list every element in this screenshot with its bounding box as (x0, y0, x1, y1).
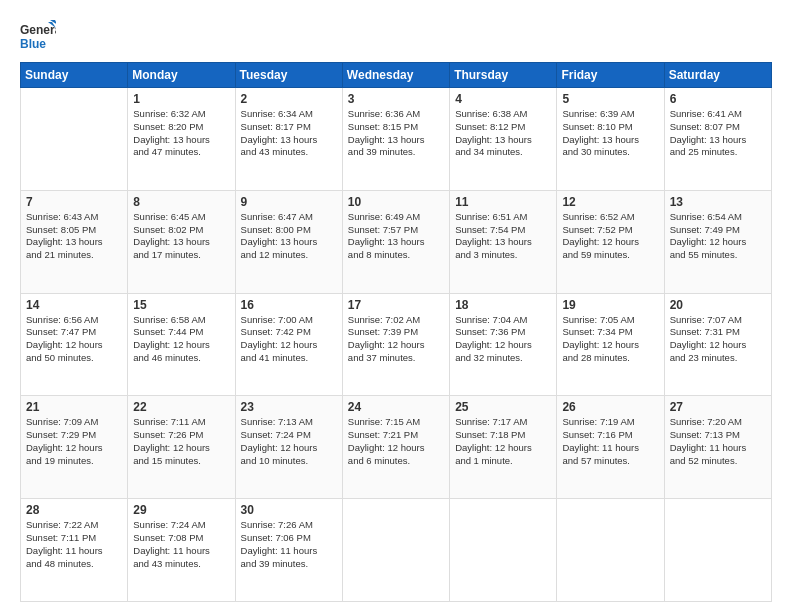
day-number: 8 (133, 195, 229, 209)
day-number: 18 (455, 298, 551, 312)
day-number: 13 (670, 195, 766, 209)
calendar-week-3: 14Sunrise: 6:56 AM Sunset: 7:47 PM Dayli… (21, 293, 772, 396)
calendar-cell: 10Sunrise: 6:49 AM Sunset: 7:57 PM Dayli… (342, 190, 449, 293)
calendar-cell: 9Sunrise: 6:47 AM Sunset: 8:00 PM Daylig… (235, 190, 342, 293)
day-info: Sunrise: 6:58 AM Sunset: 7:44 PM Dayligh… (133, 314, 229, 365)
column-header-sunday: Sunday (21, 63, 128, 88)
day-info: Sunrise: 6:54 AM Sunset: 7:49 PM Dayligh… (670, 211, 766, 262)
column-header-tuesday: Tuesday (235, 63, 342, 88)
calendar-cell: 21Sunrise: 7:09 AM Sunset: 7:29 PM Dayli… (21, 396, 128, 499)
day-number: 25 (455, 400, 551, 414)
calendar-cell: 25Sunrise: 7:17 AM Sunset: 7:18 PM Dayli… (450, 396, 557, 499)
page-header: General Blue (20, 18, 772, 54)
day-number: 6 (670, 92, 766, 106)
calendar-cell: 5Sunrise: 6:39 AM Sunset: 8:10 PM Daylig… (557, 88, 664, 191)
day-info: Sunrise: 6:43 AM Sunset: 8:05 PM Dayligh… (26, 211, 122, 262)
calendar-cell (21, 88, 128, 191)
column-header-saturday: Saturday (664, 63, 771, 88)
day-number: 26 (562, 400, 658, 414)
day-number: 9 (241, 195, 337, 209)
day-number: 1 (133, 92, 229, 106)
day-info: Sunrise: 7:20 AM Sunset: 7:13 PM Dayligh… (670, 416, 766, 467)
day-info: Sunrise: 7:07 AM Sunset: 7:31 PM Dayligh… (670, 314, 766, 365)
day-info: Sunrise: 7:13 AM Sunset: 7:24 PM Dayligh… (241, 416, 337, 467)
calendar-cell: 27Sunrise: 7:20 AM Sunset: 7:13 PM Dayli… (664, 396, 771, 499)
day-number: 14 (26, 298, 122, 312)
day-number: 16 (241, 298, 337, 312)
svg-text:Blue: Blue (20, 37, 46, 51)
calendar-cell: 26Sunrise: 7:19 AM Sunset: 7:16 PM Dayli… (557, 396, 664, 499)
calendar-cell: 29Sunrise: 7:24 AM Sunset: 7:08 PM Dayli… (128, 499, 235, 602)
calendar-cell: 30Sunrise: 7:26 AM Sunset: 7:06 PM Dayli… (235, 499, 342, 602)
column-header-thursday: Thursday (450, 63, 557, 88)
calendar-cell: 14Sunrise: 6:56 AM Sunset: 7:47 PM Dayli… (21, 293, 128, 396)
day-number: 2 (241, 92, 337, 106)
calendar-cell: 24Sunrise: 7:15 AM Sunset: 7:21 PM Dayli… (342, 396, 449, 499)
day-info: Sunrise: 7:24 AM Sunset: 7:08 PM Dayligh… (133, 519, 229, 570)
day-info: Sunrise: 7:00 AM Sunset: 7:42 PM Dayligh… (241, 314, 337, 365)
day-number: 4 (455, 92, 551, 106)
logo: General Blue (20, 18, 56, 54)
day-info: Sunrise: 7:15 AM Sunset: 7:21 PM Dayligh… (348, 416, 444, 467)
day-info: Sunrise: 6:56 AM Sunset: 7:47 PM Dayligh… (26, 314, 122, 365)
day-info: Sunrise: 6:47 AM Sunset: 8:00 PM Dayligh… (241, 211, 337, 262)
calendar-cell: 15Sunrise: 6:58 AM Sunset: 7:44 PM Dayli… (128, 293, 235, 396)
day-info: Sunrise: 7:05 AM Sunset: 7:34 PM Dayligh… (562, 314, 658, 365)
calendar-table: SundayMondayTuesdayWednesdayThursdayFrid… (20, 62, 772, 602)
day-number: 7 (26, 195, 122, 209)
day-info: Sunrise: 6:51 AM Sunset: 7:54 PM Dayligh… (455, 211, 551, 262)
day-info: Sunrise: 6:38 AM Sunset: 8:12 PM Dayligh… (455, 108, 551, 159)
calendar-cell: 4Sunrise: 6:38 AM Sunset: 8:12 PM Daylig… (450, 88, 557, 191)
calendar-cell: 6Sunrise: 6:41 AM Sunset: 8:07 PM Daylig… (664, 88, 771, 191)
calendar-cell (557, 499, 664, 602)
day-info: Sunrise: 7:09 AM Sunset: 7:29 PM Dayligh… (26, 416, 122, 467)
day-number: 12 (562, 195, 658, 209)
day-info: Sunrise: 7:19 AM Sunset: 7:16 PM Dayligh… (562, 416, 658, 467)
day-info: Sunrise: 6:34 AM Sunset: 8:17 PM Dayligh… (241, 108, 337, 159)
day-info: Sunrise: 6:45 AM Sunset: 8:02 PM Dayligh… (133, 211, 229, 262)
calendar-cell: 3Sunrise: 6:36 AM Sunset: 8:15 PM Daylig… (342, 88, 449, 191)
day-number: 29 (133, 503, 229, 517)
day-number: 28 (26, 503, 122, 517)
day-info: Sunrise: 6:36 AM Sunset: 8:15 PM Dayligh… (348, 108, 444, 159)
calendar-cell: 1Sunrise: 6:32 AM Sunset: 8:20 PM Daylig… (128, 88, 235, 191)
calendar-cell: 20Sunrise: 7:07 AM Sunset: 7:31 PM Dayli… (664, 293, 771, 396)
day-number: 10 (348, 195, 444, 209)
day-info: Sunrise: 7:04 AM Sunset: 7:36 PM Dayligh… (455, 314, 551, 365)
calendar-cell: 12Sunrise: 6:52 AM Sunset: 7:52 PM Dayli… (557, 190, 664, 293)
day-number: 24 (348, 400, 444, 414)
day-number: 23 (241, 400, 337, 414)
calendar-cell: 19Sunrise: 7:05 AM Sunset: 7:34 PM Dayli… (557, 293, 664, 396)
logo-icon: General Blue (20, 18, 56, 54)
day-info: Sunrise: 6:49 AM Sunset: 7:57 PM Dayligh… (348, 211, 444, 262)
day-info: Sunrise: 6:52 AM Sunset: 7:52 PM Dayligh… (562, 211, 658, 262)
day-number: 17 (348, 298, 444, 312)
day-number: 15 (133, 298, 229, 312)
calendar-cell: 7Sunrise: 6:43 AM Sunset: 8:05 PM Daylig… (21, 190, 128, 293)
day-info: Sunrise: 7:11 AM Sunset: 7:26 PM Dayligh… (133, 416, 229, 467)
day-info: Sunrise: 6:32 AM Sunset: 8:20 PM Dayligh… (133, 108, 229, 159)
day-number: 20 (670, 298, 766, 312)
calendar-cell: 17Sunrise: 7:02 AM Sunset: 7:39 PM Dayli… (342, 293, 449, 396)
calendar-week-5: 28Sunrise: 7:22 AM Sunset: 7:11 PM Dayli… (21, 499, 772, 602)
calendar-cell: 18Sunrise: 7:04 AM Sunset: 7:36 PM Dayli… (450, 293, 557, 396)
calendar-cell: 22Sunrise: 7:11 AM Sunset: 7:26 PM Dayli… (128, 396, 235, 499)
day-number: 22 (133, 400, 229, 414)
calendar-cell: 13Sunrise: 6:54 AM Sunset: 7:49 PM Dayli… (664, 190, 771, 293)
day-info: Sunrise: 6:39 AM Sunset: 8:10 PM Dayligh… (562, 108, 658, 159)
day-info: Sunrise: 7:26 AM Sunset: 7:06 PM Dayligh… (241, 519, 337, 570)
day-info: Sunrise: 6:41 AM Sunset: 8:07 PM Dayligh… (670, 108, 766, 159)
day-info: Sunrise: 7:22 AM Sunset: 7:11 PM Dayligh… (26, 519, 122, 570)
calendar-cell: 11Sunrise: 6:51 AM Sunset: 7:54 PM Dayli… (450, 190, 557, 293)
day-number: 3 (348, 92, 444, 106)
calendar-cell: 28Sunrise: 7:22 AM Sunset: 7:11 PM Dayli… (21, 499, 128, 602)
logo-svg: General Blue (20, 18, 56, 54)
calendar-cell: 23Sunrise: 7:13 AM Sunset: 7:24 PM Dayli… (235, 396, 342, 499)
day-info: Sunrise: 7:17 AM Sunset: 7:18 PM Dayligh… (455, 416, 551, 467)
calendar-cell: 2Sunrise: 6:34 AM Sunset: 8:17 PM Daylig… (235, 88, 342, 191)
calendar-header-row: SundayMondayTuesdayWednesdayThursdayFrid… (21, 63, 772, 88)
calendar-cell (664, 499, 771, 602)
calendar-cell: 8Sunrise: 6:45 AM Sunset: 8:02 PM Daylig… (128, 190, 235, 293)
day-number: 5 (562, 92, 658, 106)
calendar-week-4: 21Sunrise: 7:09 AM Sunset: 7:29 PM Dayli… (21, 396, 772, 499)
